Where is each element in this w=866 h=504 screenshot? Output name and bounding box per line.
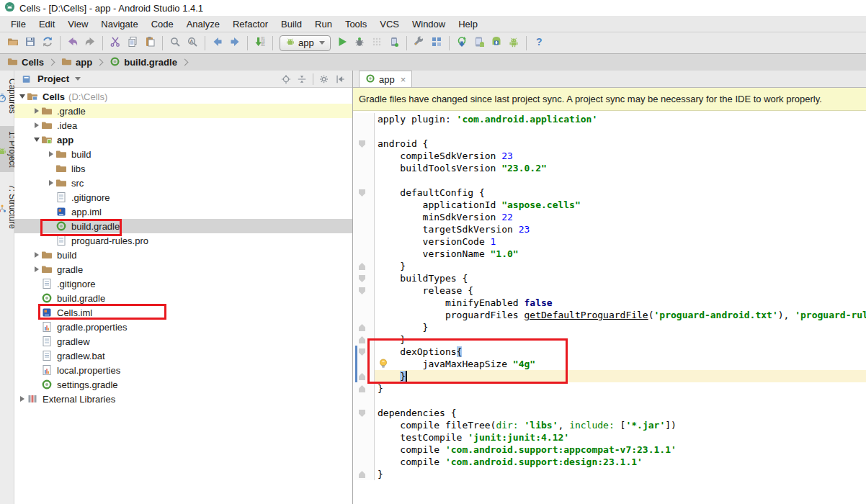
locate-icon[interactable]	[278, 72, 294, 86]
tree-item-build-gradle[interactable]: build.gradle	[14, 291, 352, 305]
expand-arrow[interactable]	[32, 266, 41, 272]
sync-button[interactable]	[39, 35, 56, 52]
collapse-all-icon[interactable]	[294, 72, 310, 86]
gear-icon[interactable]	[316, 72, 332, 86]
run-button[interactable]	[334, 35, 351, 52]
menu-tools[interactable]: Tools	[339, 17, 373, 31]
expand-arrow[interactable]	[46, 180, 55, 186]
fold-marker[interactable]	[359, 410, 365, 417]
tree-item-build[interactable]: build	[14, 147, 352, 161]
device-monitor-button[interactable]	[505, 35, 522, 52]
menu-refactor[interactable]: Refactor	[226, 17, 274, 31]
coverage-button[interactable]	[368, 35, 385, 52]
expand-arrow[interactable]	[46, 151, 55, 157]
fold-marker[interactable]	[359, 385, 365, 392]
save-all-icon	[24, 36, 36, 50]
intention-bulb-icon[interactable]	[378, 358, 389, 369]
breadcrumb-item-app[interactable]: app	[60, 56, 94, 69]
fold-marker[interactable]	[359, 336, 365, 343]
help-button[interactable]: ?	[530, 35, 548, 52]
sdk-manager-button[interactable]	[488, 35, 505, 52]
replace-button[interactable]: A	[184, 35, 201, 52]
expand-arrow[interactable]	[32, 138, 41, 142]
tree-item--gitignore[interactable]: .gitignore	[14, 190, 352, 204]
expand-arrow[interactable]	[32, 108, 41, 114]
code-line: compile 'com.android.support:design:23.1…	[353, 456, 866, 468]
code-line	[353, 395, 866, 407]
tree-item-libs[interactable]: libs	[14, 161, 352, 176]
tree-item-cells-iml[interactable]: Cells.iml	[14, 305, 352, 320]
close-icon[interactable]: ×	[401, 74, 406, 85]
menu-bar: FileEditViewNavigateCodeAnalyzeRefactorB…	[0, 16, 866, 32]
menu-analyze[interactable]: Analyze	[180, 17, 226, 31]
hide-panel-icon[interactable]	[332, 72, 348, 86]
paste-button[interactable]	[141, 35, 159, 52]
download-sources-button[interactable]: 011001	[251, 35, 269, 52]
tree-item-app[interactable]: app	[14, 132, 352, 147]
find-button[interactable]	[166, 35, 184, 52]
avd-manager-button[interactable]	[470, 35, 488, 52]
menu-window[interactable]: Window	[406, 17, 452, 31]
redo-button[interactable]	[81, 35, 99, 52]
chevron-down-icon[interactable]	[75, 77, 81, 81]
menu-edit[interactable]: Edit	[32, 17, 61, 31]
tree-item-build[interactable]: build	[14, 248, 352, 262]
run-config-selector[interactable]: app	[280, 35, 331, 51]
menu-run[interactable]: Run	[308, 17, 339, 31]
fold-marker[interactable]	[359, 471, 365, 478]
code-line-text: buildToolsVersion "23.0.2"	[375, 162, 866, 174]
open-folder-button[interactable]	[4, 35, 22, 52]
tree-item-gradlew-bat[interactable]: gradlew.bat	[14, 348, 352, 363]
save-all-button[interactable]	[22, 35, 39, 52]
menu-file[interactable]: File	[4, 17, 32, 31]
menu-vcs[interactable]: VCS	[373, 17, 406, 31]
menu-code[interactable]: Code	[145, 17, 180, 31]
expand-arrow[interactable]	[32, 122, 41, 128]
iml-icon	[55, 206, 68, 217]
tree-item-build-gradle[interactable]: build.gradle	[14, 219, 352, 233]
fold-marker[interactable]	[359, 287, 365, 294]
fold-marker[interactable]	[359, 348, 365, 356]
expand-arrow[interactable]	[17, 396, 27, 402]
fold-marker[interactable]	[359, 275, 365, 282]
tree-item--idea[interactable]: .idea	[14, 118, 352, 132]
tab-app[interactable]: app ×	[359, 71, 412, 87]
code-editor[interactable]: apply plugin: 'com.android.application'a…	[353, 111, 866, 504]
fold-marker[interactable]	[359, 373, 365, 380]
project-structure-button[interactable]	[428, 35, 445, 52]
project-panel-title[interactable]: Project	[37, 73, 69, 84]
forward-button[interactable]	[226, 35, 244, 52]
tree-item-cells[interactable]: Cells (D:\Cells)	[14, 89, 352, 104]
fold-marker[interactable]	[359, 263, 365, 270]
breadcrumb-item-cells[interactable]: Cells	[6, 56, 45, 69]
tree-item-proguard-rules-pro[interactable]: proguard-rules.pro	[14, 233, 352, 248]
expand-arrow[interactable]	[32, 252, 41, 258]
tree-item--gradle[interactable]: .gradle	[14, 104, 352, 118]
gradle-sync-button[interactable]	[453, 35, 470, 52]
tree-item-external-libraries[interactable]: External Libraries	[14, 392, 352, 406]
tree-item-src[interactable]: src	[14, 176, 352, 190]
tree-item--gitignore[interactable]: .gitignore	[14, 276, 352, 291]
menu-build[interactable]: Build	[274, 17, 308, 31]
tree-item-app-iml[interactable]: app.iml	[14, 204, 352, 219]
undo-button[interactable]	[64, 35, 81, 52]
attach-debugger-button[interactable]	[385, 35, 403, 52]
debug-button[interactable]	[351, 35, 368, 52]
copy-button[interactable]	[124, 35, 141, 52]
menu-view[interactable]: View	[61, 17, 94, 31]
tree-item-gradlew[interactable]: gradlew	[14, 334, 352, 348]
expand-arrow[interactable]	[17, 94, 27, 99]
fold-marker[interactable]	[359, 189, 365, 197]
cut-button[interactable]	[107, 35, 124, 52]
menu-navigate[interactable]: Navigate	[94, 17, 144, 31]
tree-item-gradle[interactable]: gradle	[14, 262, 352, 276]
back-button[interactable]	[209, 35, 226, 52]
menu-help[interactable]: Help	[452, 17, 484, 31]
settings-button[interactable]	[411, 35, 428, 52]
tree-item-settings-gradle[interactable]: settings.gradle	[14, 377, 352, 392]
tree-item-local-properties[interactable]: local.properties	[14, 363, 352, 377]
fold-marker[interactable]	[359, 324, 365, 331]
fold-marker[interactable]	[359, 140, 365, 148]
breadcrumb-item-build-gradle[interactable]: build.gradle	[108, 56, 179, 69]
tree-item-gradle-properties[interactable]: gradle.properties	[14, 320, 352, 334]
